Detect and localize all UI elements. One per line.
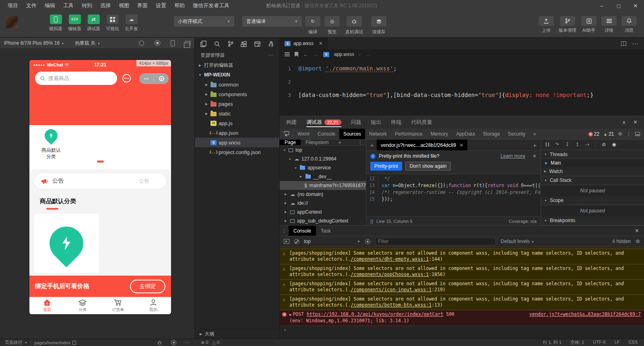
pause-on-exceptions-icon[interactable]: ◉ [612, 142, 616, 147]
hand-icon[interactable] [268, 41, 274, 47]
console-error-count[interactable]: ✕22 [588, 131, 599, 137]
language-mode[interactable]: CSS [628, 340, 638, 346]
tab-console-drawer[interactable]: Console [289, 226, 316, 236]
compile-button[interactable]: ↻编译 [305, 16, 320, 35]
file-app-js[interactable]: JSapp.js [195, 118, 279, 128]
clear-cache-button[interactable]: 清缓存 [371, 16, 386, 35]
tabs-scroll-left-icon[interactable]: ◀ [366, 140, 377, 150]
notice-bar[interactable]: 公告 公告 [34, 173, 166, 189]
folder-pages[interactable]: ▶pages [195, 99, 279, 109]
watch-section[interactable]: ▶Watch [541, 167, 644, 176]
simulator-toggle-button[interactable]: 模拟器 [49, 14, 62, 32]
console-settings-icon[interactable]: ⚙ [636, 239, 640, 244]
explorer-more-button[interactable]: ⋯ [268, 52, 274, 58]
warning-message[interactable]: ⚠[pages/shopping/index] Some selectors a… [280, 295, 644, 310]
close-tab-icon[interactable]: ✕ [459, 142, 463, 148]
search-icon[interactable] [214, 41, 220, 47]
pause-icon[interactable] [546, 142, 549, 146]
drawer-grip-icon[interactable]: ⋮ [280, 226, 289, 236]
console-warning-count[interactable]: ▲21 [603, 131, 614, 137]
tab-page[interactable]: Page [280, 140, 301, 145]
editor-toggle-button[interactable]: </> 编辑器 [68, 14, 81, 32]
capsule-more-button[interactable]: ••• [139, 77, 154, 81]
tab-performance[interactable]: Performance [391, 129, 427, 139]
category-card[interactable] [34, 214, 99, 273]
menu-devtools[interactable]: 微信开发者工具 [189, 1, 233, 10]
error-count[interactable]: ⊗ 0 [201, 340, 208, 345]
visualization-toggle-button[interactable]: 可视化 [106, 14, 119, 32]
encoding[interactable]: UTF-8 [593, 340, 605, 346]
tab-order-form[interactable]: 订货单 [100, 297, 136, 314]
tab-task[interactable]: Task [316, 226, 336, 236]
nav-more-icon[interactable]: » [333, 140, 346, 145]
file-project-config[interactable]: {..}project.config.json [195, 147, 279, 157]
file-app-wxss[interactable]: ≡app.wxss [195, 138, 279, 147]
statusbar-bug-icon[interactable] [157, 340, 162, 345]
source-link[interactable]: vendor.js?t=wechat&s…63aac28b1f264dc89:7 [529, 311, 641, 317]
tab-network[interactable]: Network [365, 129, 391, 139]
filter-input[interactable] [375, 238, 496, 245]
wxss-link[interactable]: /components/dht-empty.wxss:1 [351, 256, 429, 262]
menu-view[interactable]: 视图 [115, 1, 133, 10]
console-prompt[interactable]: › [280, 326, 644, 334]
search-input[interactable]: 搜索商品 [35, 72, 117, 85]
tab-app-wxss[interactable]: ≡ app.wxss ✕ [280, 38, 328, 49]
device-frame-icon[interactable] [171, 40, 175, 46]
menu-interface[interactable]: 界面 [134, 1, 151, 10]
menu-goto[interactable]: 转到 [78, 1, 96, 10]
project-root[interactable]: ▼ MP-WEIXIN [195, 70, 279, 80]
tabs-scroll-right-icon[interactable]: ▶ [530, 140, 541, 150]
tree-top[interactable]: ▼top [280, 146, 366, 154]
file-app-json[interactable]: {..}app.json [195, 128, 279, 138]
menu-file[interactable]: 文件 [23, 1, 40, 10]
forward-icon[interactable]: → [313, 51, 318, 58]
cursor-position[interactable]: 行 1, 列 1 [543, 340, 561, 346]
user-avatar[interactable] [6, 16, 18, 28]
tree-ide[interactable]: ▶☁ide:// [280, 199, 366, 208]
step-out-icon[interactable]: ↥ [575, 142, 579, 147]
warning-message[interactable]: ⚠[pages/shopping/index] Some selectors a… [280, 249, 644, 264]
tab-security[interactable]: Security [504, 129, 529, 139]
thread-main[interactable]: ▶Main [541, 159, 644, 167]
statusbar-eye-icon[interactable] [171, 340, 176, 345]
go-bind-button[interactable]: 去绑定 [130, 280, 165, 293]
tree-appcontext[interactable]: ▶appContext [280, 208, 366, 216]
code-editor[interactable]: 1@import './common/main.wxss'; 2 3[data-… [280, 60, 644, 115]
close-panel-icon[interactable]: ✕ [633, 119, 638, 125]
menu-project[interactable]: 项目 [4, 1, 22, 10]
tab-output[interactable]: 输出 [371, 115, 382, 129]
maximize-button[interactable]: ▢ [610, 0, 627, 11]
clear-console-icon[interactable] [294, 239, 299, 244]
menu-tools[interactable]: 工具 [60, 1, 77, 10]
statusbar-more-icon[interactable]: ⋯ [185, 340, 190, 345]
tab-debugger[interactable]: 调试器22,21 [306, 115, 341, 129]
collapse-panel-icon[interactable]: ∧ [622, 119, 626, 125]
step-into-icon[interactable]: ↧ [565, 142, 569, 147]
tab-console[interactable]: Console [314, 129, 339, 139]
tab-home[interactable]: 首页 [29, 297, 65, 314]
console-sidebar-icon[interactable]: ▶ [284, 239, 289, 244]
outline-icon[interactable] [285, 54, 290, 55]
tab-storage[interactable]: Storage [479, 129, 504, 139]
levels-select[interactable]: Default levels ▼ [501, 239, 534, 244]
outline-section[interactable]: ▶ 大纲 [195, 329, 279, 339]
dont-show-again-button[interactable]: Don't show again [405, 162, 451, 171]
error-message[interactable]: ✕vendor.js?t=wechat&s…63aac28b1f264dc89:… [280, 310, 644, 326]
indentation[interactable]: 空格: 2 [570, 340, 584, 346]
step-over-icon[interactable]: ↷ [555, 142, 559, 147]
debugger-toggle-button[interactable]: ⇄ 调试器 [87, 14, 100, 32]
tree-dev[interactable]: ▶__dev__ [280, 172, 366, 181]
dock-side-icon[interactable] [635, 132, 640, 136]
vendor-code[interactable]: 12 */ 13var n=Object.freeze({});function… [366, 174, 541, 216]
menu-settings[interactable]: 设置 [152, 1, 170, 10]
page-path-select[interactable]: 页面路径▼ [5, 340, 27, 346]
learn-more-link[interactable]: Learn more [501, 153, 525, 159]
wxss-link[interactable]: /components/bottom-btn.wxss:1 [351, 302, 431, 308]
details-button[interactable]: 详情 [601, 16, 617, 33]
category-item[interactable]: 商品默认分类 [40, 129, 62, 160]
bookmark-icon[interactable] [295, 52, 298, 57]
tab-profile[interactable]: 我的 [136, 297, 171, 314]
tab-sources[interactable]: Sources [339, 129, 365, 139]
back-icon[interactable]: ← [303, 51, 308, 58]
tab-appdata[interactable]: AppData [452, 129, 479, 139]
